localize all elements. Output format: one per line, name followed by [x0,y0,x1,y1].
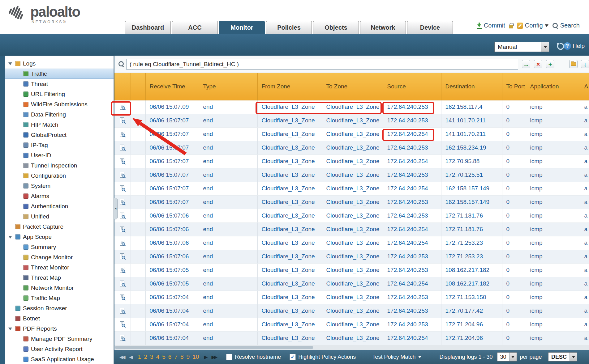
cell-to-port[interactable]: 0 [502,277,526,290]
sidebar-item-network-monitor[interactable]: Network Monitor [5,283,114,293]
cell-destination[interactable]: 172.71.253.23 [441,236,502,250]
cell-action[interactable]: a [580,127,589,141]
sidebar-item-packet-capture[interactable]: Packet Capture [5,222,114,232]
sidebar-item-authentication[interactable]: Authentication [5,201,114,211]
cell-source[interactable]: 172.64.240.253 [383,141,441,154]
cell-receive-time[interactable]: 06/06 15:07:05 [145,263,199,277]
page-number-3[interactable]: 3 [150,353,153,360]
cell-type[interactable]: end [199,114,257,127]
cell-receive-time[interactable]: 06/06 15:07:07 [145,182,199,195]
sidebar-item-threat-monitor[interactable]: Threat Monitor [5,262,114,273]
page-number-8[interactable]: 8 [180,353,184,360]
cell-receive-time[interactable]: 06/06 15:07:06 [145,222,199,236]
cell-to-port[interactable]: 0 [502,195,526,209]
column-header-to-port[interactable]: To Port [502,73,526,100]
refresh-mode-select[interactable]: Manual [494,42,549,52]
cell-type[interactable]: end [199,127,257,141]
sidebar-item-unified[interactable]: Unified [5,211,114,222]
cell-application[interactable]: icmp [526,168,580,182]
cell-source[interactable]: 172.64.240.253 [383,250,441,263]
cell-application[interactable]: icmp [526,100,580,114]
cell-from-zone[interactable]: Cloudflare_L3_Zone [257,331,322,345]
cell-action[interactable]: a [580,182,589,195]
column-header-application[interactable]: Application [526,73,580,100]
scrollbar-thumb[interactable] [115,346,313,349]
tab-objects[interactable]: Objects [313,21,359,34]
cell-action[interactable]: a [580,277,589,290]
tab-network[interactable]: Network [360,21,406,34]
page-number-4[interactable]: 4 [156,353,160,360]
cell-from-zone[interactable]: Cloudflare_L3_Zone [257,195,322,209]
log-detail-icon[interactable] [119,144,126,151]
sidebar-item-user-activity-report[interactable]: User Activity Report [5,344,114,354]
cell-application[interactable]: icmp [526,141,580,154]
cell-to-port[interactable]: 0 [502,318,526,331]
cell-to-port[interactable]: 0 [502,100,526,114]
cell-action[interactable]: a [580,141,589,154]
cell-receive-time[interactable]: 06/06 15:07:06 [145,209,199,222]
cell-receive-time[interactable]: 06/06 15:07:07 [145,127,199,141]
cell-to-zone[interactable]: Cloudflare_L3_Zone [322,250,383,263]
cell-to-zone[interactable]: Cloudflare_L3_Zone [322,154,383,168]
cell-receive-time[interactable]: 06/06 15:07:05 [145,277,199,290]
log-detail-icon[interactable] [119,212,126,219]
tree-expander-icon[interactable] [8,326,13,331]
cell-application[interactable]: icmp [526,304,580,318]
cell-type[interactable]: end [199,222,257,236]
cell-source[interactable]: 172.64.240.253 [383,209,441,222]
cell-application[interactable]: icmp [526,250,580,263]
sidebar-item-threat[interactable]: Threat [5,79,114,89]
sidebar-item-ip-tag[interactable]: IP-Tag [5,140,114,150]
clear-filter-icon[interactable]: × [534,60,542,68]
cell-from-zone[interactable]: Cloudflare_L3_Zone [257,127,322,141]
tab-dashboard[interactable]: Dashboard [125,21,171,34]
cell-destination[interactable]: 141.101.70.211 [441,114,502,127]
cell-source[interactable]: 172.64.240.253 [383,304,441,318]
cell-source[interactable]: 172.64.240.253 [383,318,441,331]
cell-to-zone[interactable]: Cloudflare_L3_Zone [322,236,383,250]
cell-receive-time[interactable]: 06/06 15:07:04 [145,318,199,331]
cell-receive-time[interactable]: 06/06 15:07:04 [145,331,199,345]
log-detail-icon[interactable] [119,266,126,274]
cell-action[interactable]: a [580,304,589,318]
cell-from-zone[interactable]: Cloudflare_L3_Zone [257,168,322,182]
refresh-mode-caret[interactable] [541,42,549,52]
cell-application[interactable]: icmp [526,127,580,141]
column-header-from-zone[interactable]: From Zone [257,73,322,100]
sidebar-item-url-filtering[interactable]: URL Filtering [5,89,114,99]
horizontal-scrollbar[interactable] [114,345,589,350]
per-page-select[interactable]: 30 [497,352,517,362]
next-page-button[interactable]: ▶ [204,354,208,360]
sidebar-item-pdf-reports[interactable]: PDF Reports [5,324,114,334]
sidebar-item-globalprotect[interactable]: GlobalProtect [5,130,114,140]
config-dropdown[interactable]: Config [517,22,548,29]
cell-application[interactable]: icmp [526,114,580,127]
cell-action[interactable]: a [580,168,589,182]
cell-application[interactable]: icmp [526,195,580,209]
column-header-type[interactable]: Type [199,73,257,100]
log-detail-icon[interactable] [119,253,126,260]
cell-source[interactable]: 172.64.240.254 [383,277,441,290]
cell-source[interactable]: 172.64.240.254 [383,236,441,250]
tab-policies[interactable]: Policies [266,21,312,34]
page-number-9[interactable]: 9 [187,353,190,360]
log-detail-icon[interactable] [119,321,126,328]
cell-to-port[interactable]: 0 [502,304,526,318]
cell-to-port[interactable]: 0 [502,114,526,127]
log-detail-icon[interactable] [119,239,126,247]
cell-source[interactable]: 172.64.240.254 [383,127,441,141]
cell-application[interactable]: icmp [526,331,580,345]
cell-type[interactable]: end [199,182,257,195]
cell-action[interactable]: a [580,209,589,222]
sidebar-item-change-monitor[interactable]: Change Monitor [5,252,114,262]
cell-to-port[interactable]: 0 [502,127,526,141]
cell-type[interactable]: end [199,168,257,182]
cell-to-zone[interactable]: Cloudflare_L3_Zone [322,195,383,209]
cell-receive-time[interactable]: 06/06 15:07:07 [145,168,199,182]
sidebar-item-summary[interactable]: Summary [5,242,114,252]
cell-source[interactable]: 172.64.240.254 [383,331,441,345]
cell-destination[interactable]: 172.70.95.88 [441,154,502,168]
cell-type[interactable]: end [199,236,257,250]
tab-acc[interactable]: ACC [172,21,218,34]
cell-receive-time[interactable]: 06/06 15:07:04 [145,304,199,318]
